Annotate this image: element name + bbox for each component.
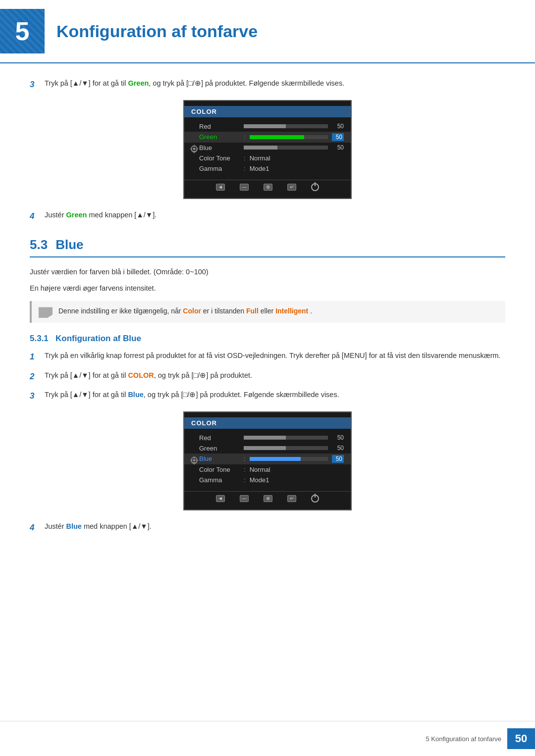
step-4-blue: 4 Justér Blue med knappen [▲/▼].: [30, 521, 505, 534]
osd-bar-green-b: [244, 446, 328, 450]
osd-val-gamma-b: Mode1: [250, 476, 269, 484]
osd-label-blue-b: Blue: [199, 455, 244, 462]
osd-row-red-g: Red 50: [184, 121, 351, 132]
osd-bar-fill-green-b: [244, 446, 286, 450]
step-3-green: 3 Tryk på [▲/▼] for at gå til Green, og …: [30, 78, 505, 91]
osd-label-red-g: Red: [199, 123, 244, 130]
osd-btn-left-g: ◄: [216, 183, 225, 191]
osd-blue-screenshot: COLOR Red 50 Green 50 Blue :: [30, 411, 505, 510]
step-number-4g: 4: [30, 211, 34, 221]
osd-row-green-g: Green : 50: [184, 132, 351, 143]
osd-blue-title: COLOR: [184, 417, 351, 429]
osd-btn-power-b: [311, 495, 319, 503]
osd-val-colortone-b: Normal: [250, 466, 270, 473]
step-2-blue: 2 Tryk på [▲/▼] for at gå til COLOR, og …: [30, 370, 505, 383]
step-4g-text: Justér Green med knappen [▲/▼].: [45, 210, 505, 221]
osd-value-blue-g: 50: [332, 144, 344, 151]
osd-label-blue-g: Blue: [199, 144, 244, 151]
osd-row-colortone-g: Color Tone : Normal: [184, 153, 351, 163]
step-3g-text: Tryk på [▲/▼] for at gå til Green, og tr…: [45, 78, 505, 89]
osd-label-green-b: Green: [199, 445, 244, 452]
chapter-title: Konfiguration af tonfarve: [56, 22, 258, 41]
osd-row-blue-b: Blue : 50: [184, 454, 351, 464]
osd-value-red-g: 50: [332, 123, 344, 130]
step-4b-text: Justér Blue med knappen [▲/▼].: [45, 521, 505, 532]
osd-btn-back-b: ↵: [287, 495, 296, 503]
step-3b-text: Tryk på [▲/▼] for at gå til Blue, og try…: [45, 390, 505, 401]
osd-bar-fill-green-g: [250, 135, 305, 139]
osd-row-colortone-b: Color Tone : Normal: [184, 464, 351, 475]
chapter-header: 5 Konfiguration af tonfarve: [0, 0, 535, 63]
step-1-blue: 1 Tryk på en vilkårlig knap forrest på p…: [30, 351, 505, 363]
osd-bar-fill-blue-g: [244, 146, 277, 150]
osd-bar-blue-g: [244, 146, 328, 150]
osd-label-colortone-b: Color Tone: [199, 466, 244, 473]
osd-btn-left-b: ◄: [216, 495, 225, 503]
osd-row-gamma-g: Gamma : Mode1: [184, 163, 351, 174]
osd-green-title: COLOR: [184, 106, 351, 117]
osd-blue-box: COLOR Red 50 Green 50 Blue :: [183, 411, 352, 510]
osd-btn-back-g: ↵: [287, 183, 296, 191]
osd-label-green-g: Green: [199, 133, 244, 141]
osd-val-colortone-g: Normal: [250, 154, 270, 162]
osd-bar-fill-red-b: [244, 436, 286, 440]
page-content: 3 Tryk på [▲/▼] for at gå til Green, og …: [0, 78, 535, 534]
osd-value-green-b: 50: [332, 445, 344, 452]
page-footer: 5 Konfiguration af tonfarve 50: [0, 721, 535, 756]
step-number-1b: 1: [30, 352, 34, 361]
section-53-heading: 5.3 Blue: [30, 237, 505, 257]
osd-bar-red-b: [244, 436, 328, 440]
osd-value-blue-b: 50: [332, 455, 344, 463]
osd-btn-enter-g: ⊕: [264, 183, 272, 191]
section-53-number: 5.3: [30, 237, 48, 252]
osd-value-red-b: 50: [332, 434, 344, 441]
osd-bottom-buttons-b: ◄ — ⊕ ↵: [184, 491, 351, 503]
gear-icon-b: [189, 455, 199, 465]
osd-value-green-g: 50: [332, 133, 344, 141]
osd-row-red-b: Red 50: [184, 433, 351, 443]
note-box: Denne indstilling er ikke tilgængelig, n…: [30, 301, 505, 323]
step-2b-text: Tryk på [▲/▼] for at gå til COLOR, og tr…: [45, 370, 505, 381]
svg-point-0: [193, 148, 196, 150]
osd-bar-green-g: [250, 135, 328, 139]
osd-label-gamma-g: Gamma: [199, 165, 244, 172]
osd-bottom-buttons-g: ◄ — ⊕ ↵: [184, 180, 351, 191]
step-3-blue: 3 Tryk på [▲/▼] for at gå til Blue, og t…: [30, 390, 505, 403]
osd-btn-enter-b: ⊕: [264, 495, 272, 503]
osd-label-gamma-b: Gamma: [199, 476, 244, 484]
osd-row-green-b: Green 50: [184, 443, 351, 454]
osd-green-screenshot: COLOR Red 50 Green : 50 Blue: [30, 100, 505, 199]
footer-text: 5 Konfiguration af tonfarve: [426, 735, 502, 743]
step-number-2b: 2: [30, 372, 34, 381]
section53-body-line1: Justér værdien for farven blå i billedet…: [30, 266, 505, 278]
osd-label-red-b: Red: [199, 434, 244, 442]
step-number-3b: 3: [30, 391, 34, 401]
osd-btn-menu-b: —: [240, 495, 249, 503]
step-1b-text: Tryk på en vilkårlig knap forrest på pro…: [45, 351, 505, 361]
step-4-green: 4 Justér Green med knappen [▲/▼].: [30, 210, 505, 223]
osd-val-gamma-g: Mode1: [250, 165, 269, 172]
osd-row-blue-g: Blue 50: [184, 143, 351, 153]
step-number-4b: 4: [30, 523, 34, 532]
note-text: Denne indstilling er ikke tilgængelig, n…: [58, 306, 312, 316]
chapter-number: 5: [0, 9, 45, 53]
section-53-title: Blue: [55, 237, 83, 252]
gear-icon-g: [189, 144, 199, 153]
osd-bar-fill-blue-b: [250, 457, 301, 461]
step-number-3g: 3: [30, 80, 34, 89]
subsection-531-heading: 5.3.1 Konfiguration af Blue: [30, 334, 505, 344]
osd-bar-fill-red-g: [244, 124, 286, 128]
osd-bar-red-g: [244, 124, 328, 128]
svg-point-1: [193, 459, 196, 461]
footer-page-number: 50: [507, 728, 535, 749]
section53-body-line2: En højere værdi øger farvens intensitet.: [30, 283, 505, 294]
osd-btn-menu-g: —: [240, 183, 249, 191]
osd-label-colortone-g: Color Tone: [199, 154, 244, 162]
osd-bar-blue-b: [250, 457, 328, 461]
note-icon: [39, 307, 53, 318]
osd-row-gamma-b: Gamma : Mode1: [184, 475, 351, 485]
osd-green-box: COLOR Red 50 Green : 50 Blue: [183, 100, 352, 199]
osd-btn-power-g: [311, 183, 319, 191]
